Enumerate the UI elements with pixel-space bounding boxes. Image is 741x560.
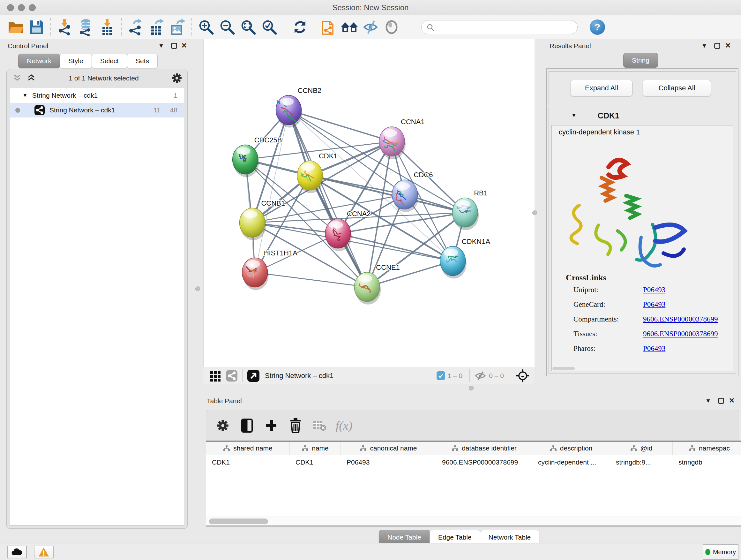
- string-results-box: Expand All Collapse All ▼ CDK1 cyclin-de…: [546, 68, 738, 376]
- network-canvas[interactable]: CCNB2CCNA1CDC25BCDK1CDC6RB1CCNB1CCNA2CDK…: [203, 39, 535, 367]
- first-neighbors-button[interactable]: [318, 17, 339, 37]
- network-node-cdk1[interactable]: CDK1: [297, 152, 338, 193]
- results-panel-collapse-button[interactable]: ▾: [699, 41, 709, 51]
- tab-node-table[interactable]: Node Table: [379, 530, 430, 545]
- tab-network[interactable]: Network: [18, 54, 60, 68]
- network-node-cdkn1a[interactable]: CDKN1A: [440, 238, 490, 279]
- network-view-icon[interactable]: [226, 370, 238, 382]
- show-glass-button[interactable]: [381, 17, 402, 37]
- tab-network-table[interactable]: Network Table: [480, 530, 540, 545]
- export-table-button[interactable]: [146, 17, 167, 37]
- tab-sets[interactable]: Sets: [127, 54, 158, 68]
- results-panel-close-button[interactable]: ✕: [723, 41, 733, 51]
- results-panel-float-button[interactable]: [712, 41, 722, 51]
- left-splitter-handle[interactable]: [195, 287, 200, 291]
- network-node-cdc25b[interactable]: CDC25B: [232, 136, 282, 177]
- horizontal-splitter-handle[interactable]: [469, 386, 474, 390]
- scrollbar-thumb[interactable]: [209, 518, 268, 524]
- gene-expand-arrow[interactable]: ▼: [571, 112, 577, 119]
- collection-expand-arrow[interactable]: ▼: [22, 92, 28, 99]
- tab-style[interactable]: Style: [60, 54, 92, 68]
- save-session-button[interactable]: [26, 17, 47, 37]
- tab-string[interactable]: String: [623, 53, 658, 68]
- column-header-database-identifier[interactable]: database identifier: [436, 442, 532, 455]
- import-table-button[interactable]: [97, 17, 118, 37]
- network-node-hist1h1a[interactable]: HIST1H1A: [242, 249, 297, 290]
- network-node-ccna2[interactable]: CCNA2: [325, 210, 371, 251]
- column-header-@id[interactable]: @id: [610, 442, 673, 455]
- show-columns-button[interactable]: [235, 415, 259, 437]
- collapse-all-icon[interactable]: [12, 73, 22, 83]
- zoom-out-button[interactable]: [217, 17, 238, 37]
- import-network-database-button[interactable]: [76, 17, 97, 37]
- export-network-button[interactable]: [125, 17, 146, 37]
- help-button[interactable]: ?: [590, 19, 605, 35]
- network-node-ccnb2[interactable]: CCNB2: [276, 86, 322, 128]
- crosslink-link[interactable]: 9606.ENSP00000378699: [643, 315, 718, 323]
- column-header-canonical-name[interactable]: canonical name: [341, 442, 436, 455]
- zoom-in-button[interactable]: [196, 17, 217, 37]
- control-panel-float-button[interactable]: [169, 41, 179, 51]
- collapse-all-button[interactable]: Collapse All: [643, 80, 711, 97]
- crosslink-row: Compartments:9606.ENSP00000378699: [552, 312, 733, 327]
- network-edge[interactable]: [310, 176, 465, 212]
- table-options-button[interactable]: [211, 415, 235, 437]
- network-edge[interactable]: [289, 110, 392, 141]
- column-header-label: database identifier: [462, 444, 517, 452]
- expand-all-icon[interactable]: [26, 73, 36, 83]
- column-header-shared-name[interactable]: shared name: [206, 442, 290, 455]
- network-edge[interactable]: [255, 110, 289, 273]
- selected-nodes-checkbox[interactable]: [436, 371, 445, 380]
- tab-select[interactable]: Select: [91, 54, 127, 68]
- fit-content-crosshair-icon[interactable]: [516, 369, 530, 383]
- memory-button[interactable]: Memory: [703, 544, 738, 560]
- network-collection-row[interactable]: ▼ String Network – cdk1 1: [10, 88, 184, 103]
- birds-eye-toggle-icon[interactable]: [247, 369, 260, 382]
- results-horizontal-scrollbar[interactable]: [552, 367, 575, 370]
- export-image-button[interactable]: [167, 17, 188, 37]
- network-edge[interactable]: [289, 110, 465, 212]
- apply-layout-button[interactable]: [289, 17, 311, 37]
- column-header-namespac[interactable]: namespac: [673, 442, 741, 455]
- column-header-name[interactable]: name: [290, 442, 341, 455]
- table-horizontal-scrollbar[interactable]: [206, 516, 741, 526]
- import-network-file-button[interactable]: [55, 17, 76, 37]
- string-home-button[interactable]: [339, 17, 360, 37]
- create-column-button[interactable]: [259, 415, 283, 437]
- crosslink-link[interactable]: P06493: [643, 300, 665, 309]
- table-panel-close-button[interactable]: ✕: [727, 396, 737, 406]
- gear-icon[interactable]: [172, 73, 182, 84]
- network-node-ccna1[interactable]: CCNA1: [379, 118, 425, 159]
- delete-column-button[interactable]: [283, 415, 308, 437]
- control-panel-close-button[interactable]: ✕: [179, 41, 189, 51]
- network-graph[interactable]: CCNB2CCNA1CDC25BCDK1CDC6RB1CCNB1CCNA2CDK…: [204, 39, 535, 367]
- warnings-button[interactable]: [34, 546, 54, 558]
- crosslink-link[interactable]: P06493: [643, 345, 665, 353]
- open-session-button[interactable]: [5, 17, 26, 37]
- network-node-rb1[interactable]: RB1: [452, 189, 488, 230]
- zoom-fit-button[interactable]: [238, 17, 259, 37]
- network-node-ccnb1[interactable]: CCNB1: [239, 199, 285, 240]
- network-node-cdc6[interactable]: CDC6: [392, 171, 433, 212]
- hide-glass-button[interactable]: [360, 17, 381, 37]
- right-splitter-handle[interactable]: [532, 210, 537, 215]
- control-panel-collapse-button[interactable]: ▾: [156, 41, 166, 51]
- cloud-status-button[interactable]: [7, 546, 27, 558]
- tab-edge-table[interactable]: Edge Table: [429, 530, 480, 545]
- crosslink-link[interactable]: 9606.ENSP00000378699: [643, 330, 718, 338]
- zoom-selected-button[interactable]: [259, 17, 280, 37]
- table-panel-float-button[interactable]: [716, 396, 726, 406]
- crosslink-link[interactable]: P06493: [643, 286, 665, 294]
- table-row[interactable]: CDK1CDK1P064939606.ENSP00000378699cyclin…: [206, 455, 741, 469]
- grid-view-icon[interactable]: [210, 370, 221, 381]
- search-input[interactable]: [421, 20, 578, 34]
- gene-section-header[interactable]: ▼ CDK1: [549, 107, 736, 124]
- network-node-ccne1[interactable]: CCNE1: [354, 263, 400, 305]
- network-edge[interactable]: [289, 110, 367, 287]
- column-header-description[interactable]: description: [532, 442, 610, 455]
- expand-all-button[interactable]: Expand All: [570, 80, 632, 97]
- network-edge[interactable]: [255, 273, 367, 287]
- table-panel-collapse-button[interactable]: ▾: [703, 396, 713, 406]
- export-network-icon: [127, 18, 144, 36]
- network-row[interactable]: String Network – cdk1 11 48: [10, 103, 184, 118]
